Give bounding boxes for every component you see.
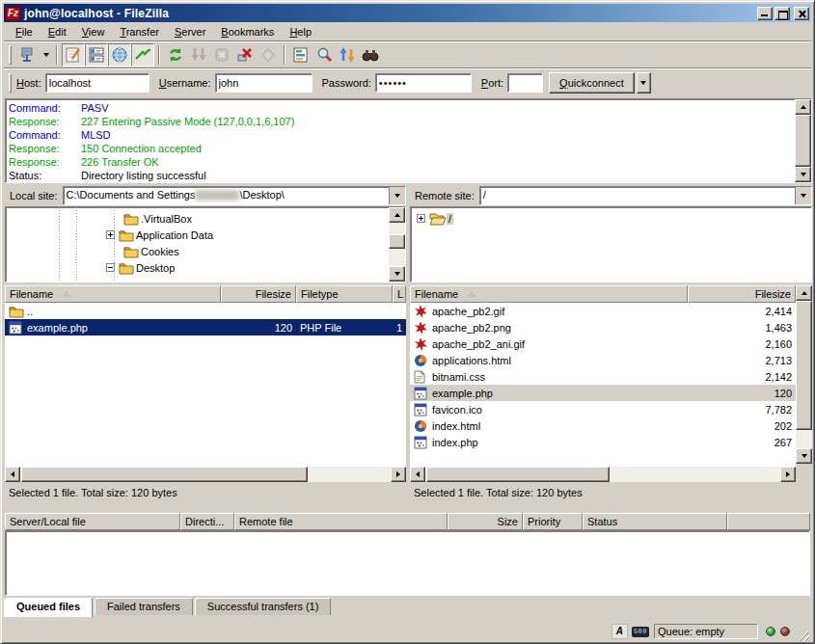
column-header-remote-file[interactable]: Remote file <box>234 513 448 530</box>
tree-item-cookies[interactable]: Cookies <box>123 243 181 259</box>
username-input[interactable] <box>215 73 312 93</box>
resize-grip[interactable] <box>797 629 809 641</box>
scrollbar-thumb[interactable] <box>795 115 811 167</box>
file-row[interactable]: apache_pb2.gif 2,414 <box>410 303 796 319</box>
quickconnect-button[interactable]: Quickconnect <box>549 72 635 94</box>
toggle-message-log-button[interactable] <box>62 43 85 67</box>
scrollbar-thumb[interactable] <box>426 467 610 482</box>
scrollbar-thumb[interactable] <box>796 301 812 430</box>
file-row[interactable]: applications.html 2,713 <box>410 352 796 368</box>
scrollbar-thumb[interactable] <box>21 467 308 482</box>
reconnect-button[interactable] <box>257 43 280 67</box>
file-row-selected[interactable]: example.php 120 <box>410 385 796 401</box>
column-header-status[interactable]: Status <box>583 513 727 530</box>
scroll-down-button[interactable] <box>796 448 812 464</box>
local-tree-scrollbar[interactable] <box>389 207 405 282</box>
log-scrollbar[interactable] <box>795 99 811 182</box>
local-directory-tree[interactable]: .VirtualBox Application Data Cookies Des… <box>5 206 406 282</box>
column-header-size[interactable]: Size <box>448 513 523 530</box>
close-button[interactable] <box>794 7 809 20</box>
scroll-left-button[interactable] <box>5 467 20 482</box>
find-files-button[interactable] <box>359 43 382 67</box>
expand-icon[interactable] <box>106 230 115 239</box>
scroll-down-button[interactable] <box>795 167 811 182</box>
directory-filters-button[interactable] <box>289 43 312 67</box>
process-queue-button[interactable] <box>187 43 210 67</box>
disconnect-button[interactable] <box>233 43 257 67</box>
tree-item-root[interactable]: / <box>417 210 453 227</box>
menu-view[interactable]: View <box>74 24 113 40</box>
host-input[interactable] <box>45 73 149 93</box>
tab-queued-files[interactable]: Queued files <box>4 598 93 617</box>
menu-transfer[interactable]: Transfer <box>112 24 167 40</box>
tab-successful-transfers[interactable]: Successful transfers (1) <box>195 598 332 615</box>
remote-directory-tree[interactable]: / <box>410 206 812 282</box>
expand-icon[interactable] <box>417 214 425 223</box>
site-manager-dropdown[interactable] <box>40 44 52 66</box>
scroll-down-button[interactable] <box>389 266 405 282</box>
tree-item-application-data[interactable]: Application Data <box>106 227 215 243</box>
toggle-transfer-queue-button[interactable] <box>131 43 154 67</box>
remote-hscrollbar[interactable] <box>410 467 796 482</box>
column-header-filetype[interactable]: Filetype <box>296 285 393 303</box>
scroll-right-button[interactable] <box>780 467 796 482</box>
scroll-left-button[interactable] <box>410 467 425 482</box>
column-header-filesize[interactable]: Filesize <box>688 285 796 303</box>
file-row[interactable]: index.html 202 <box>410 417 796 434</box>
site-manager-button[interactable] <box>16 43 40 67</box>
collapse-icon[interactable] <box>106 263 115 272</box>
column-header-server-local-file[interactable]: Server/Local file <box>5 513 180 530</box>
menu-file[interactable]: File <box>8 24 41 40</box>
scrollbar-thumb[interactable] <box>389 234 405 249</box>
password-input[interactable] <box>375 73 472 93</box>
menu-bookmarks[interactable]: Bookmarks <box>213 24 282 40</box>
scroll-up-button[interactable] <box>796 285 812 301</box>
toolbar-gripper[interactable] <box>9 45 12 65</box>
remote-site-combo[interactable]: / <box>479 186 812 205</box>
refresh-button[interactable] <box>164 43 187 67</box>
local-list-body[interactable]: .. example.php 120 PHP File 1 <box>5 303 406 467</box>
queue-body[interactable] <box>5 530 810 596</box>
local-hscrollbar[interactable] <box>5 467 406 482</box>
compare-directories-button[interactable] <box>312 43 336 67</box>
synchronized-browsing-button[interactable] <box>336 43 359 67</box>
folder-icon <box>123 212 139 226</box>
remote-list-body[interactable]: apache_pb2.gif 2,414 apache_pb2.png 1,46… <box>410 303 796 467</box>
message-log[interactable]: Command:PASV Response:227 Entering Passi… <box>5 98 812 183</box>
tree-item-virtualbox[interactable]: .VirtualBox <box>123 210 194 227</box>
file-row[interactable]: index.php 267 <box>410 434 796 450</box>
column-header-filename[interactable]: Filename <box>5 285 221 303</box>
minimize-button[interactable] <box>757 7 773 20</box>
local-site-combo[interactable]: C:\Documents and Settings\Desktop\ <box>63 186 406 205</box>
file-row-parent-dir[interactable]: .. <box>5 303 406 319</box>
toggle-remote-tree-button[interactable] <box>108 43 131 67</box>
menu-server[interactable]: Server <box>167 24 213 40</box>
menu-help[interactable]: Help <box>282 24 319 40</box>
menu-edit[interactable]: Edit <box>41 24 74 40</box>
cancel-operation-button[interactable] <box>210 43 233 67</box>
file-row[interactable]: bitnami.css 2,142 <box>410 368 796 385</box>
file-row[interactable]: apache_pb2.png 1,463 <box>410 319 796 335</box>
tab-failed-transfers[interactable]: Failed transfers <box>95 598 193 615</box>
remote-site-dropdown[interactable] <box>795 187 811 204</box>
titlebar[interactable]: Fz john@localhost - FileZilla <box>4 4 811 22</box>
column-header-filename[interactable]: Filename <box>410 285 688 303</box>
local-site-dropdown[interactable] <box>389 187 405 204</box>
scroll-up-button[interactable] <box>389 207 405 223</box>
column-header-direction[interactable]: Directi... <box>180 513 234 530</box>
toggle-local-tree-button[interactable] <box>85 43 108 67</box>
port-input[interactable] <box>507 73 543 93</box>
column-header-filesize[interactable]: Filesize <box>221 285 296 303</box>
tree-item-desktop[interactable]: Desktop <box>106 259 177 276</box>
remote-vscrollbar[interactable] <box>796 285 812 464</box>
scroll-up-button[interactable] <box>795 99 811 115</box>
maximize-button[interactable] <box>774 7 790 20</box>
file-row-selected[interactable]: example.php 120 PHP File 1 <box>5 319 406 335</box>
file-row[interactable]: favicon.ico 7,782 <box>410 401 796 417</box>
column-header-lastmodified[interactable]: L <box>393 285 406 303</box>
quickconnect-gripper[interactable] <box>9 73 12 93</box>
quickconnect-dropdown[interactable] <box>637 72 651 94</box>
file-row[interactable]: apache_pb2_ani.gif 2,160 <box>410 335 796 352</box>
column-header-priority[interactable]: Priority <box>523 513 583 530</box>
scroll-right-button[interactable] <box>391 467 406 482</box>
